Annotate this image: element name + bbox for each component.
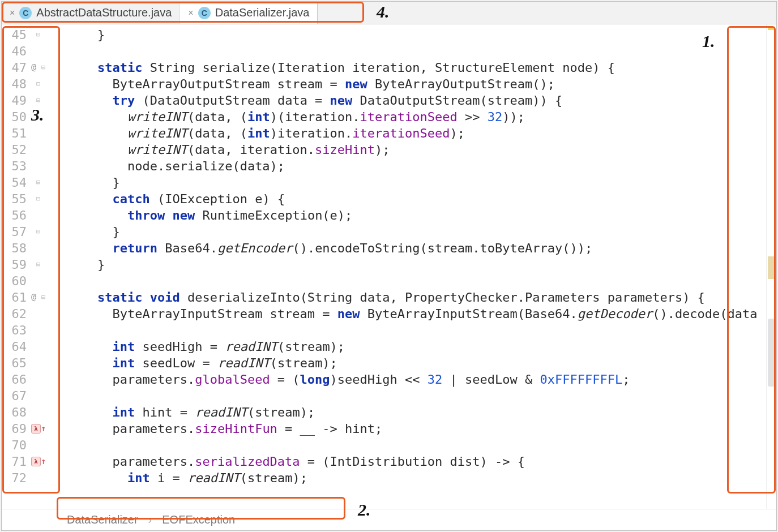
code-line[interactable]: node.serialize(data); bbox=[67, 158, 766, 174]
line-number[interactable]: 65 bbox=[4, 355, 27, 371]
line-number[interactable]: 64 bbox=[4, 338, 27, 355]
code-line[interactable]: int seedLow = readINT(stream); bbox=[67, 355, 766, 371]
line-number[interactable]: 56 bbox=[4, 207, 27, 224]
line-number[interactable]: 70 bbox=[4, 437, 27, 453]
line-number[interactable]: 66 bbox=[4, 371, 27, 388]
annotation-icon[interactable]: @ bbox=[31, 289, 36, 306]
gutter-row[interactable]: ⊟ bbox=[28, 256, 62, 273]
code-line[interactable]: writeINT(data, iteration.sizeHint); bbox=[67, 141, 766, 158]
code-line[interactable]: ByteArrayOutputStream stream = new ByteA… bbox=[67, 76, 766, 92]
lambda-icon[interactable]: λ bbox=[31, 457, 41, 466]
line-number[interactable]: 54 bbox=[4, 174, 27, 191]
code-line[interactable]: parameters.serializedData = (IntDistribu… bbox=[67, 453, 766, 470]
code-line[interactable]: ByteArrayInputStream stream = new ByteAr… bbox=[67, 306, 766, 322]
gutter-row[interactable] bbox=[28, 273, 62, 289]
fold-icon[interactable]: ⊟ bbox=[41, 59, 45, 76]
code-line[interactable] bbox=[67, 273, 766, 289]
line-number[interactable]: 57 bbox=[4, 224, 27, 240]
code-line[interactable]: static void deserializeInto(String data,… bbox=[67, 289, 766, 306]
code-line[interactable]: throw new RuntimeException(e); bbox=[67, 207, 766, 224]
fold-icon[interactable]: ⊟ bbox=[41, 289, 45, 306]
gutter-row[interactable]: ⊟ bbox=[28, 191, 62, 207]
line-number[interactable]: 55 bbox=[4, 191, 27, 207]
code-line[interactable]: } bbox=[67, 224, 766, 240]
code-line[interactable]: return Base64.getEncoder().encodeToStrin… bbox=[67, 240, 766, 256]
code-line[interactable] bbox=[67, 437, 766, 453]
warning-marker[interactable] bbox=[768, 27, 775, 30]
gutter-row[interactable] bbox=[28, 240, 62, 256]
line-number[interactable]: 58 bbox=[4, 240, 27, 256]
line-number[interactable]: 45 bbox=[4, 27, 27, 43]
code-line[interactable] bbox=[67, 322, 766, 338]
line-number[interactable]: 51 bbox=[4, 125, 27, 141]
line-number[interactable]: 59 bbox=[4, 256, 27, 273]
annotation-icon[interactable]: @ bbox=[31, 59, 36, 76]
line-number[interactable]: 72 bbox=[4, 470, 27, 486]
gutter-row[interactable]: λ↑ bbox=[28, 453, 62, 470]
gutter-row[interactable] bbox=[28, 141, 62, 158]
line-number[interactable]: 63 bbox=[4, 322, 27, 338]
lambda-icon[interactable]: λ bbox=[31, 424, 41, 434]
up-arrow-icon[interactable]: ↑ bbox=[41, 421, 46, 437]
line-number[interactable]: 62 bbox=[4, 306, 27, 322]
gutter-row[interactable]: ⊟ bbox=[28, 27, 62, 43]
gutter-row[interactable] bbox=[28, 338, 62, 355]
line-number[interactable]: 69 bbox=[4, 421, 27, 437]
code-line[interactable] bbox=[67, 43, 766, 59]
line-number[interactable]: 60 bbox=[4, 273, 27, 289]
breadcrumb[interactable]: DataSerializer › EOFException bbox=[2, 509, 776, 530]
line-number[interactable]: 68 bbox=[4, 404, 27, 421]
gutter-row[interactable] bbox=[28, 470, 62, 486]
editor-tab-1[interactable]: × C DataSerializer.java bbox=[180, 2, 318, 24]
code-line[interactable]: parameters.globalSeed = (long)seedHigh <… bbox=[67, 371, 766, 388]
line-number[interactable]: 52 bbox=[4, 141, 27, 158]
gutter-row[interactable] bbox=[28, 306, 62, 322]
line-number-gutter[interactable]: 4546474849505152535455565758596061626364… bbox=[2, 24, 28, 509]
gutter-row[interactable] bbox=[28, 355, 62, 371]
code-line[interactable]: parameters.sizeHintFun = __ -> hint; bbox=[67, 421, 766, 437]
gutter-row[interactable] bbox=[28, 437, 62, 453]
line-number[interactable]: 46 bbox=[4, 43, 27, 59]
gutter-row[interactable] bbox=[28, 404, 62, 421]
code-line[interactable]: int seedHigh = readINT(stream); bbox=[67, 338, 766, 355]
gutter-row[interactable]: @ ⊟ bbox=[28, 59, 62, 76]
code-line[interactable]: } bbox=[67, 27, 766, 43]
line-number[interactable]: 49 bbox=[4, 92, 27, 109]
up-arrow-icon[interactable]: ↑ bbox=[41, 453, 46, 470]
code-line[interactable]: int hint = readINT(stream); bbox=[67, 404, 766, 421]
code-line[interactable]: writeINT(data, (int)(iteration.iteration… bbox=[67, 109, 766, 125]
line-number[interactable]: 71 bbox=[4, 453, 27, 470]
gutter-row[interactable]: ⊟ bbox=[28, 76, 62, 92]
scroll-thumb[interactable] bbox=[768, 319, 775, 387]
gutter-row[interactable]: @ ⊟ bbox=[28, 289, 62, 306]
gutter-row[interactable] bbox=[28, 207, 62, 224]
gutter-row[interactable]: ⊟ bbox=[28, 174, 62, 191]
fold-icon[interactable]: ⊟ bbox=[36, 76, 40, 92]
fold-icon[interactable]: ⊟ bbox=[36, 224, 40, 240]
breadcrumb-item[interactable]: EOFException bbox=[162, 513, 235, 526]
code-line[interactable]: } bbox=[67, 256, 766, 273]
fold-icon[interactable]: ⊟ bbox=[36, 27, 40, 43]
gutter-row[interactable]: λ↑ bbox=[28, 421, 62, 437]
close-icon[interactable]: × bbox=[10, 8, 15, 18]
line-number[interactable]: 61 bbox=[4, 289, 27, 306]
gutter-row[interactable] bbox=[28, 125, 62, 141]
fold-icon[interactable]: ⊟ bbox=[36, 256, 40, 273]
fold-icon[interactable]: ⊟ bbox=[36, 191, 40, 207]
gutter-row[interactable] bbox=[28, 158, 62, 174]
error-stripe[interactable] bbox=[766, 24, 776, 509]
gutter-row[interactable] bbox=[28, 388, 62, 404]
warning-marker[interactable] bbox=[768, 256, 775, 279]
line-number[interactable]: 47 bbox=[4, 59, 27, 76]
code-area[interactable]: } static String serialize(Iteration iter… bbox=[62, 24, 766, 509]
fold-icon[interactable]: ⊟ bbox=[36, 174, 40, 191]
code-line[interactable] bbox=[67, 388, 766, 404]
line-number[interactable]: 67 bbox=[4, 388, 27, 404]
gutter-row[interactable] bbox=[28, 371, 62, 388]
line-number[interactable]: 50 bbox=[4, 109, 27, 125]
line-number[interactable]: 48 bbox=[4, 76, 27, 92]
gutter-row[interactable] bbox=[28, 322, 62, 338]
editor-tab-0[interactable]: × C AbstractDataStructure.java bbox=[2, 2, 180, 24]
code-editor[interactable]: 4546474849505152535455565758596061626364… bbox=[2, 24, 776, 509]
gutter-row[interactable] bbox=[28, 43, 62, 59]
